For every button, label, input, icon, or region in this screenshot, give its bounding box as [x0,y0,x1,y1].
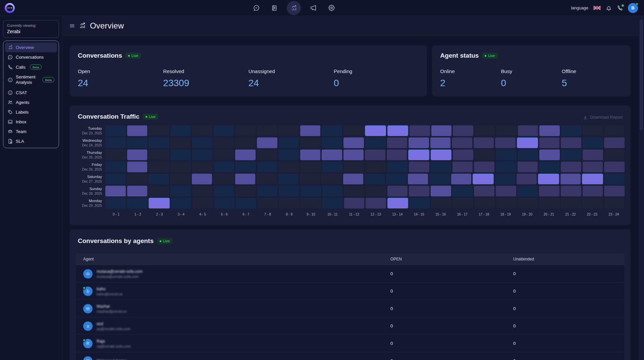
heatmap-cell[interactable] [343,149,364,160]
heatmap-cell[interactable] [170,174,190,184]
heatmap-cell[interactable] [386,174,406,184]
heatmap-cell[interactable] [495,137,516,148]
heatmap-cell[interactable] [257,125,277,136]
heatmap-cell[interactable] [431,186,451,196]
sidebar-item-sla[interactable]: SLA [5,136,57,146]
heatmap-cell[interactable] [170,149,191,160]
heatmap-cell[interactable] [453,149,473,160]
heatmap-cell[interactable] [192,162,213,172]
heatmap-cell[interactable] [495,174,515,184]
heatmap-cell[interactable] [149,174,169,184]
heatmap-cell[interactable] [517,174,537,184]
heatmap-cell[interactable] [321,174,341,184]
heatmap-cell[interactable] [538,174,559,184]
heatmap-cell[interactable] [429,174,449,184]
heatmap-cell[interactable] [192,186,213,196]
heatmap-cell[interactable] [604,125,625,136]
heatmap-cell[interactable] [127,162,148,172]
heatmap-cell[interactable] [214,186,234,196]
heatmap-cell[interactable] [344,162,364,172]
heatmap-cell[interactable] [170,137,191,148]
heatmap-cell[interactable] [430,137,451,148]
heatmap-cell[interactable] [192,137,212,148]
heatmap-cell[interactable] [213,174,233,184]
heatmap-cell[interactable] [235,186,256,196]
sidebar-item-labels[interactable]: Labels [5,107,57,117]
heatmap-cell[interactable] [278,125,299,136]
heatmap-cell[interactable] [387,186,408,196]
heatmap-cell[interactable] [235,162,256,172]
contacts-icon[interactable] [269,2,280,14]
heatmap-cell[interactable] [279,137,299,148]
heatmap-cell[interactable] [452,137,472,148]
heatmap-cell[interactable] [518,149,538,160]
heatmap-cell[interactable] [408,149,429,160]
heatmap-cell[interactable] [560,174,581,184]
heatmap-cell[interactable] [235,149,256,160]
workspace-selector[interactable]: Currently viewing: Zerabi [3,20,59,38]
heatmap-cell[interactable] [279,162,299,172]
calls-status-icon[interactable] [617,5,623,11]
heatmap-cell[interactable] [127,198,148,208]
heatmap-cell[interactable] [322,198,343,208]
heatmap-cell[interactable] [451,174,471,184]
heatmap-cell[interactable] [257,137,277,148]
heatmap-cell[interactable] [518,162,538,172]
heatmap-cell[interactable] [343,125,364,136]
heatmap-cell[interactable] [322,125,342,136]
heatmap-cell[interactable] [322,186,343,196]
sidebar-item-sentiment-analysis[interactable]: Sentiment AnalysisBeta [5,72,57,88]
uk-flag-icon[interactable] [593,6,601,10]
heatmap-cell[interactable] [561,186,581,196]
heatmap-cell[interactable] [561,137,581,148]
sidebar-item-agents[interactable]: Agents [5,98,57,107]
heatmap-cell[interactable] [322,149,342,160]
app-logo-icon[interactable] [5,3,15,13]
heatmap-cell[interactable] [583,149,603,160]
heatmap-cell[interactable] [561,125,582,136]
heatmap-cell[interactable] [496,125,517,136]
heatmap-cell[interactable] [583,186,603,196]
heatmap-cell[interactable] [539,198,560,208]
heatmap-cell[interactable] [300,125,321,136]
heatmap-cell[interactable] [604,137,625,148]
heatmap-cell[interactable] [235,137,256,148]
heatmap-cell[interactable] [127,149,148,160]
heatmap-cell[interactable] [366,186,386,196]
heatmap-cell[interactable] [496,149,517,160]
sidebar-item-overview[interactable]: Overview [5,43,57,52]
heatmap-cell[interactable] [279,186,299,196]
heatmap-cell[interactable] [235,174,255,184]
heatmap-cell[interactable] [214,198,235,208]
heatmap-cell[interactable] [496,198,517,208]
heatmap-cell[interactable] [539,149,560,160]
heatmap-cell[interactable] [214,125,234,136]
heatmap-cell[interactable] [561,162,581,172]
sidebar-item-inbox[interactable]: Inbox [5,117,57,127]
heatmap-cell[interactable] [105,125,126,136]
heatmap-cell[interactable] [475,149,495,160]
heatmap-cell[interactable] [344,186,364,196]
heatmap-cell[interactable] [473,174,493,184]
heatmap-cell[interactable] [453,198,473,208]
heatmap-cell[interactable] [127,125,148,136]
heatmap-cell[interactable] [192,149,212,160]
agent-row[interactable]: RRajaraj@zerabi-sofa.com00 [76,335,625,352]
heatmap-cell[interactable] [409,162,429,172]
heatmap-cell[interactable] [343,137,364,148]
heatmap-cell[interactable] [474,186,494,196]
heatmap-cell[interactable] [387,198,409,208]
agent-row[interactable]: aasdas@zerabi-sofa.com00 [76,317,625,335]
heatmap-cell[interactable] [105,162,126,172]
scrollbar-track[interactable] [639,16,644,360]
heatmap-cell[interactable] [452,186,473,196]
agent-row[interactable]: MMohamad Amine00 [76,352,625,360]
heatmap-cell[interactable] [301,162,321,172]
settings-icon[interactable] [326,2,337,14]
heatmap-cell[interactable] [278,174,298,184]
heatmap-cell[interactable] [408,174,428,184]
heatmap-cell[interactable] [431,162,451,172]
heatmap-cell[interactable] [105,174,125,184]
heatmap-cell[interactable] [343,174,363,184]
heatmap-cell[interactable] [365,174,385,184]
